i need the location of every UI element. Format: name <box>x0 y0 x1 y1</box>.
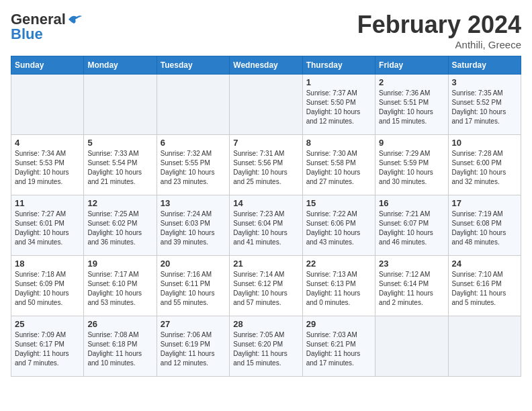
calendar-table: SundayMondayTuesdayWednesdayThursdayFrid… <box>11 56 521 377</box>
day-number: 6 <box>161 138 226 148</box>
day-info: Sunrise: 7:13 AM Sunset: 6:13 PM Dayligh… <box>306 270 371 308</box>
calendar-cell: 13Sunrise: 7:24 AM Sunset: 6:03 PM Dayli… <box>157 195 229 256</box>
week-row-3: 11Sunrise: 7:27 AM Sunset: 6:01 PM Dayli… <box>11 195 521 256</box>
day-header-saturday: Saturday <box>448 56 521 75</box>
day-info: Sunrise: 7:12 AM Sunset: 6:14 PM Dayligh… <box>379 270 444 308</box>
calendar-cell: 5Sunrise: 7:33 AM Sunset: 5:54 PM Daylig… <box>84 135 157 195</box>
calendar-cell: 9Sunrise: 7:29 AM Sunset: 5:59 PM Daylig… <box>375 135 448 195</box>
calendar-header-row: SundayMondayTuesdayWednesdayThursdayFrid… <box>11 56 521 75</box>
calendar-cell: 14Sunrise: 7:23 AM Sunset: 6:04 PM Dayli… <box>230 195 302 256</box>
calendar-cell: 22Sunrise: 7:13 AM Sunset: 6:13 PM Dayli… <box>302 256 375 316</box>
day-number: 11 <box>15 198 80 208</box>
calendar-cell: 2Sunrise: 7:36 AM Sunset: 5:51 PM Daylig… <box>375 75 448 135</box>
calendar-cell: 17Sunrise: 7:19 AM Sunset: 6:08 PM Dayli… <box>448 195 521 256</box>
day-number: 17 <box>452 198 517 208</box>
day-number: 26 <box>87 319 152 329</box>
day-number: 7 <box>233 138 298 148</box>
day-info: Sunrise: 7:18 AM Sunset: 6:09 PM Dayligh… <box>15 270 80 308</box>
day-info: Sunrise: 7:32 AM Sunset: 5:55 PM Dayligh… <box>161 149 226 187</box>
day-info: Sunrise: 7:28 AM Sunset: 6:00 PM Dayligh… <box>452 149 517 187</box>
day-info: Sunrise: 7:23 AM Sunset: 6:04 PM Dayligh… <box>233 210 298 247</box>
day-number: 16 <box>379 198 444 208</box>
day-header-tuesday: Tuesday <box>157 56 229 75</box>
calendar-cell: 7Sunrise: 7:31 AM Sunset: 5:56 PM Daylig… <box>230 135 302 195</box>
day-info: Sunrise: 7:34 AM Sunset: 5:53 PM Dayligh… <box>15 149 80 187</box>
day-info: Sunrise: 7:27 AM Sunset: 6:01 PM Dayligh… <box>15 210 80 247</box>
day-number: 19 <box>87 259 152 269</box>
day-number: 29 <box>306 319 371 329</box>
calendar-cell: 26Sunrise: 7:08 AM Sunset: 6:18 PM Dayli… <box>84 316 157 377</box>
day-number: 2 <box>379 77 444 87</box>
day-header-sunday: Sunday <box>11 56 84 75</box>
calendar-cell <box>11 75 84 135</box>
calendar-cell <box>157 75 229 135</box>
calendar-cell: 28Sunrise: 7:05 AM Sunset: 6:20 PM Dayli… <box>230 316 302 377</box>
day-number: 24 <box>452 259 517 269</box>
day-info: Sunrise: 7:19 AM Sunset: 6:08 PM Dayligh… <box>452 210 517 247</box>
calendar-cell: 15Sunrise: 7:22 AM Sunset: 6:06 PM Dayli… <box>302 195 375 256</box>
week-row-2: 4Sunrise: 7:34 AM Sunset: 5:53 PM Daylig… <box>11 135 521 195</box>
day-number: 18 <box>15 259 80 269</box>
calendar-cell: 23Sunrise: 7:12 AM Sunset: 6:14 PM Dayli… <box>375 256 448 316</box>
day-number: 9 <box>379 138 444 148</box>
calendar-cell: 27Sunrise: 7:06 AM Sunset: 6:19 PM Dayli… <box>157 316 229 377</box>
day-info: Sunrise: 7:31 AM Sunset: 5:56 PM Dayligh… <box>233 149 298 187</box>
calendar-cell: 8Sunrise: 7:30 AM Sunset: 5:58 PM Daylig… <box>302 135 375 195</box>
day-info: Sunrise: 7:05 AM Sunset: 6:20 PM Dayligh… <box>233 330 298 368</box>
day-number: 13 <box>161 198 226 208</box>
calendar-cell: 1Sunrise: 7:37 AM Sunset: 5:50 PM Daylig… <box>302 75 375 135</box>
day-number: 1 <box>306 77 371 87</box>
day-info: Sunrise: 7:10 AM Sunset: 6:16 PM Dayligh… <box>452 270 517 308</box>
day-number: 12 <box>87 198 152 208</box>
day-number: 25 <box>15 319 80 329</box>
calendar-cell: 16Sunrise: 7:21 AM Sunset: 6:07 PM Dayli… <box>375 195 448 256</box>
day-info: Sunrise: 7:25 AM Sunset: 6:02 PM Dayligh… <box>87 210 152 247</box>
month-title: February 2024 <box>357 11 521 39</box>
day-info: Sunrise: 7:03 AM Sunset: 6:21 PM Dayligh… <box>306 330 371 368</box>
calendar-cell: 11Sunrise: 7:27 AM Sunset: 6:01 PM Dayli… <box>11 195 84 256</box>
day-number: 21 <box>233 259 298 269</box>
day-number: 5 <box>87 138 152 148</box>
day-info: Sunrise: 7:08 AM Sunset: 6:18 PM Dayligh… <box>87 330 152 368</box>
day-info: Sunrise: 7:14 AM Sunset: 6:12 PM Dayligh… <box>233 270 298 308</box>
calendar-cell: 20Sunrise: 7:16 AM Sunset: 6:11 PM Dayli… <box>157 256 229 316</box>
day-number: 20 <box>161 259 226 269</box>
week-row-4: 18Sunrise: 7:18 AM Sunset: 6:09 PM Dayli… <box>11 256 521 316</box>
calendar-cell: 19Sunrise: 7:17 AM Sunset: 6:10 PM Dayli… <box>84 256 157 316</box>
day-info: Sunrise: 7:06 AM Sunset: 6:19 PM Dayligh… <box>161 330 226 368</box>
day-number: 8 <box>306 138 371 148</box>
calendar-cell: 18Sunrise: 7:18 AM Sunset: 6:09 PM Dayli… <box>11 256 84 316</box>
calendar-cell: 10Sunrise: 7:28 AM Sunset: 6:00 PM Dayli… <box>448 135 521 195</box>
page-header: General Blue February 2024 Anthili, Gree… <box>11 11 521 50</box>
calendar-cell: 25Sunrise: 7:09 AM Sunset: 6:17 PM Dayli… <box>11 316 84 377</box>
day-header-monday: Monday <box>84 56 157 75</box>
day-header-wednesday: Wednesday <box>230 56 302 75</box>
day-header-thursday: Thursday <box>302 56 375 75</box>
logo-blue: Blue <box>11 26 43 43</box>
calendar-cell <box>84 75 157 135</box>
calendar-cell: 29Sunrise: 7:03 AM Sunset: 6:21 PM Dayli… <box>302 316 375 377</box>
day-number: 10 <box>452 138 517 148</box>
day-info: Sunrise: 7:09 AM Sunset: 6:17 PM Dayligh… <box>15 330 80 368</box>
day-info: Sunrise: 7:33 AM Sunset: 5:54 PM Dayligh… <box>87 149 152 187</box>
calendar-cell: 12Sunrise: 7:25 AM Sunset: 6:02 PM Dayli… <box>84 195 157 256</box>
day-number: 3 <box>452 77 517 87</box>
day-number: 23 <box>379 259 444 269</box>
calendar-cell: 21Sunrise: 7:14 AM Sunset: 6:12 PM Dayli… <box>230 256 302 316</box>
day-info: Sunrise: 7:16 AM Sunset: 6:11 PM Dayligh… <box>161 270 226 308</box>
calendar-cell <box>448 316 521 377</box>
day-info: Sunrise: 7:22 AM Sunset: 6:06 PM Dayligh… <box>306 210 371 247</box>
calendar-cell: 3Sunrise: 7:35 AM Sunset: 5:52 PM Daylig… <box>448 75 521 135</box>
day-number: 27 <box>161 319 226 329</box>
day-info: Sunrise: 7:35 AM Sunset: 5:52 PM Dayligh… <box>452 89 517 126</box>
day-number: 14 <box>233 198 298 208</box>
day-info: Sunrise: 7:36 AM Sunset: 5:51 PM Dayligh… <box>379 89 444 126</box>
day-info: Sunrise: 7:37 AM Sunset: 5:50 PM Dayligh… <box>306 89 371 126</box>
location: Anthili, Greece <box>357 39 521 50</box>
week-row-5: 25Sunrise: 7:09 AM Sunset: 6:17 PM Dayli… <box>11 316 521 377</box>
day-info: Sunrise: 7:21 AM Sunset: 6:07 PM Dayligh… <box>379 210 444 247</box>
calendar-cell <box>375 316 448 377</box>
logo-bird-icon <box>67 14 82 25</box>
calendar-body: 1Sunrise: 7:37 AM Sunset: 5:50 PM Daylig… <box>11 75 521 377</box>
day-info: Sunrise: 7:29 AM Sunset: 5:59 PM Dayligh… <box>379 149 444 187</box>
